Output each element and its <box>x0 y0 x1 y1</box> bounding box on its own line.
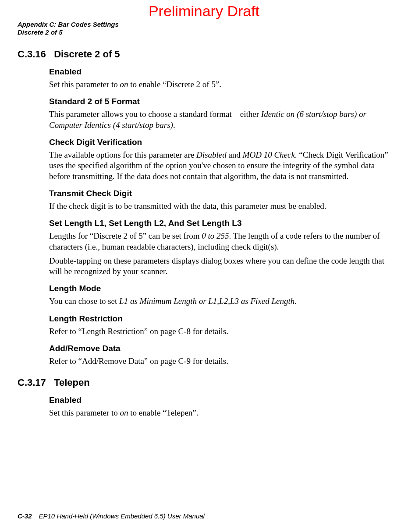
text: and <box>227 150 243 159</box>
text: to enable “Discrete 2 of 5”. <box>128 80 221 89</box>
text: Set this parameter to <box>49 408 120 417</box>
text: . <box>294 296 297 306</box>
text: . <box>173 120 175 130</box>
running-header: Appendix C: Bar Codes Settings Discrete … <box>18 21 390 36</box>
running-header-line1: Appendix C: Bar Codes Settings <box>18 21 390 28</box>
text-em: Disabled <box>196 150 227 159</box>
section-heading-discrete: C.3.16 Discrete 2 of 5 <box>18 49 390 60</box>
text: Set this parameter to <box>49 80 120 89</box>
text-em: 0 to 255 <box>202 231 229 240</box>
text-em: L1 as Minimum Length or L1,L2,L3 as Fixe… <box>119 296 294 306</box>
running-header-line2: Discrete 2 of 5 <box>18 28 390 36</box>
section-title: Telepen <box>54 377 90 388</box>
subheading-telepen-enabled: Enabled <box>49 395 390 405</box>
text: The available options for this parameter… <box>49 150 196 159</box>
body-set-length-p1: Lengths for “Discrete 2 of 5” can be set… <box>49 231 390 252</box>
footer-title: EP10 Hand-Held (Windows Embedded 6.5) Us… <box>39 512 205 520</box>
body-enabled: Set this parameter to on to enable “Disc… <box>49 79 390 90</box>
text: You can chose to set <box>49 296 119 306</box>
page-footer: C-32EP10 Hand-Held (Windows Embedded 6.5… <box>18 512 390 520</box>
subheading-length-restriction: Length Restriction <box>49 314 390 324</box>
body-check-digit-verification: The available options for this parameter… <box>49 150 390 182</box>
subheading-length-mode: Length Mode <box>49 284 390 293</box>
section-heading-telepen: C.3.17 Telepen <box>18 377 390 388</box>
subheading-transmit-check-digit: Transmit Check Digit <box>49 189 390 198</box>
body-standard-format: This parameter allows you to choose a st… <box>49 109 390 130</box>
subheading-add-remove-data: Add/Remove Data <box>49 344 390 353</box>
page-content: C.3.16 Discrete 2 of 5 Enabled Set this … <box>18 49 390 419</box>
subheading-check-digit-verification: Check Digit Verification <box>49 137 390 147</box>
watermark-label: Preliminary Draft <box>18 3 390 20</box>
body-length-restriction: Refer to “Length Restriction” on page C-… <box>49 326 390 337</box>
section-title: Discrete 2 of 5 <box>54 49 120 60</box>
page-number: C-32 <box>18 512 32 520</box>
subheading-enabled: Enabled <box>49 67 390 77</box>
body-set-length-p2: Double-tapping on these parameters displ… <box>49 256 390 277</box>
text-em: on <box>120 80 128 89</box>
text: to enable “Telepen”. <box>128 408 198 417</box>
body-telepen-enabled: Set this parameter to on to enable “Tele… <box>49 408 390 418</box>
text-em: MOD 10 Check <box>243 150 295 159</box>
body-length-mode: You can chose to set L1 as Minimum Lengt… <box>49 296 390 307</box>
text: This parameter allows you to choose a st… <box>49 109 261 119</box>
text-em: on <box>120 408 128 417</box>
section-number: C.3.17 <box>18 377 46 388</box>
body-add-remove-data: Refer to “Add/Remove Data” on page C-9 f… <box>49 356 390 366</box>
subheading-standard-format: Standard 2 of 5 Format <box>49 97 390 106</box>
body-transmit-check-digit: If the check digit is to be transmitted … <box>49 201 390 211</box>
subheading-set-length: Set Length L1, Set Length L2, And Set Le… <box>49 218 390 228</box>
text: Lengths for “Discrete 2 of 5” can be set… <box>49 231 202 240</box>
section-number: C.3.16 <box>18 49 46 60</box>
